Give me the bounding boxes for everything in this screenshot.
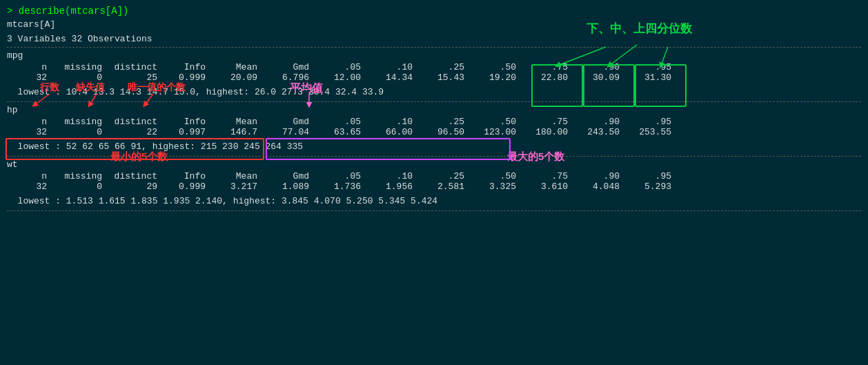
header-p90: .90: [568, 62, 620, 72]
header-p10-hp: .10: [361, 117, 413, 127]
hp-distinct: 22: [102, 127, 157, 137]
stats-row-wt: 32 0 29 0.999 3.217 1.089 1.736 1.956 2.…: [7, 181, 861, 192]
var-name-hp: hp: [7, 105, 861, 115]
header-p10: .10: [361, 62, 413, 72]
header-info-wt: Info: [157, 171, 206, 181]
hp-missing: 0: [47, 127, 102, 137]
header-p25: .25: [413, 62, 464, 72]
var-section-wt: wt n missing distinct Info Mean Gmd .05 …: [7, 159, 861, 208]
header-p10-wt: .10: [361, 171, 413, 181]
header-gmd-hp: Gmd: [257, 117, 309, 127]
stats-header-mpg: n missing distinct Info Mean Gmd .05 .10…: [7, 62, 861, 72]
wt-p10: 1.956: [361, 181, 413, 192]
hp-p50: 123.00: [464, 127, 516, 137]
wt-gmd: 1.089: [257, 181, 309, 192]
hp-p90: 243.50: [568, 127, 620, 137]
header-n-hp: n: [12, 117, 47, 127]
hp-n: 32: [12, 127, 47, 137]
wt-p90: 4.048: [568, 181, 620, 192]
header-p90-hp: .90: [568, 117, 620, 127]
header-gmd-wt: Gmd: [257, 171, 309, 181]
terminal: > describe(mtcars[A]) mtcars[A] 3 Variab…: [0, 0, 868, 219]
wt-distinct: 29: [102, 181, 157, 192]
header-p05-hp: .05: [309, 117, 361, 127]
header-info-hp: Info: [157, 117, 206, 127]
header-distinct: distinct: [102, 62, 157, 72]
header-p95-wt: .95: [620, 171, 671, 181]
mpg-p50: 19.20: [464, 72, 516, 83]
annotation-lowest5: 最小的5个数: [110, 150, 168, 164]
hp-p25: 96.50: [413, 127, 464, 137]
hp-p95: 253.55: [620, 127, 671, 137]
header-n: n: [12, 62, 47, 72]
wt-missing: 0: [47, 181, 102, 192]
stats-header-hp: n missing distinct Info Mean Gmd .05 .10…: [7, 117, 861, 127]
stats-row-hp: 32 0 22 0.997 146.7 77.04 63.65 66.00 96…: [7, 127, 861, 137]
header-p50-hp: .50: [464, 117, 516, 127]
header-p05-wt: .05: [309, 171, 361, 181]
hp-p05: 63.65: [309, 127, 361, 137]
wt-p05: 1.736: [309, 181, 361, 192]
mpg-mean: 20.09: [206, 72, 257, 83]
header-p25-wt: .25: [413, 171, 464, 181]
mpg-p10: 14.34: [361, 72, 413, 83]
hp-p10: 66.00: [361, 127, 413, 137]
hp-gmd: 77.04: [257, 127, 309, 137]
mpg-p25: 15.43: [413, 72, 464, 83]
header-p25-hp: .25: [413, 117, 464, 127]
var-section-hp: hp n missing distinct Info Mean Gmd .05 …: [7, 105, 861, 153]
header-p90-wt: .90: [568, 171, 620, 181]
hp-highest-text: highest: 215 230 245 264 335: [152, 141, 303, 152]
divider-mpg-hp: [7, 101, 861, 102]
header-p75: .75: [516, 62, 568, 72]
wt-n: 32: [12, 181, 47, 192]
header-info: Info: [157, 62, 206, 72]
divider-top: [7, 47, 861, 48]
header-p75-wt: .75: [516, 171, 568, 181]
annotation-row-count: 行数: [40, 81, 59, 94]
header-mean-hp: Mean: [206, 117, 257, 127]
header-missing: missing: [47, 62, 102, 72]
wt-mean: 3.217: [206, 181, 257, 192]
header-p05: .05: [309, 62, 361, 72]
command-line: > describe(mtcars[A]): [7, 6, 861, 17]
var-name-mpg: mpg: [7, 50, 861, 61]
wt-p95: 5.293: [620, 181, 671, 192]
header-p50: .50: [464, 62, 516, 72]
header-distinct-wt: distinct: [102, 171, 157, 181]
hp-p75: 180.00: [516, 127, 568, 137]
header-distinct-hp: distinct: [102, 117, 157, 127]
dataset-name: mtcars[A]: [7, 19, 861, 30]
wt-highest-text: highest: 3.845 4.070 5.250 5.345 5.424: [233, 196, 437, 206]
stats-header-wt: n missing distinct Info Mean Gmd .05 .10…: [7, 171, 861, 181]
header-mean: Mean: [206, 62, 257, 72]
mpg-p90: 30.09: [568, 72, 620, 83]
header-p75-hp: .75: [516, 117, 568, 127]
mpg-p75: 22.80: [516, 72, 568, 83]
wt-p75: 3.610: [516, 181, 568, 192]
header-gmd: Gmd: [257, 62, 309, 72]
header-missing-hp: missing: [47, 117, 102, 127]
header-n-wt: n: [12, 171, 47, 181]
annotation-missing: 缺失值: [76, 81, 105, 94]
mpg-p95: 31.30: [620, 72, 671, 83]
annotation-quartiles: 下、中、上四分位数: [586, 21, 692, 37]
annotation-largest5: 最大的5个数: [507, 150, 564, 164]
wt-p50: 3.325: [464, 181, 516, 192]
header-p95: .95: [620, 62, 671, 72]
annotation-mean: 平均值: [290, 81, 323, 96]
summary-line: 3 Variables 32 Observations: [7, 34, 861, 44]
divider-bottom: [7, 210, 861, 211]
wt-lowest-highest: lowest : 1.513 1.615 1.835 1.935 2.140, …: [7, 195, 861, 208]
header-p95-hp: .95: [620, 117, 671, 127]
hp-mean: 146.7: [206, 127, 257, 137]
header-missing-wt: missing: [47, 171, 102, 181]
header-p50-wt: .50: [464, 171, 516, 181]
wt-info: 0.999: [157, 181, 206, 192]
wt-lowest-text: lowest : 1.513 1.615 1.835 1.935 2.140,: [18, 196, 228, 206]
header-mean-wt: Mean: [206, 171, 257, 181]
hp-info: 0.997: [157, 127, 206, 137]
annotation-unique: 唯一值的个数: [128, 81, 186, 94]
wt-p25: 2.581: [413, 181, 464, 192]
